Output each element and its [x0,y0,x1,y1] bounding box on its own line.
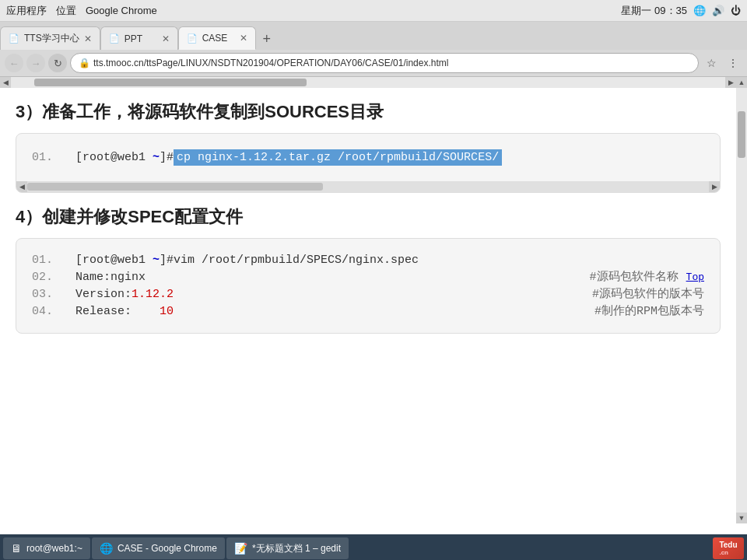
code2-line3-value: 1.12.2 [132,288,174,301]
code2-line1: 01. [root@web1 ~]# vim /root/rpmbuild/SP… [32,254,704,267]
taskbar-gedit[interactable]: 📝 *无标题文档 1 – gedit [226,537,349,559]
code2-line1-prompt: [root@web1 ~]# [75,254,174,267]
code1-hscroll-track[interactable] [27,181,709,192]
tab-ppt-close[interactable]: ✕ [162,33,170,44]
code2-line2-num: 02. [32,271,63,284]
tab-ppt[interactable]: 📄 PPT ✕ [100,26,178,50]
hscroll-right-button[interactable]: ▶ [725,77,736,88]
scroll-up-button[interactable]: ▲ [736,77,747,88]
tab-tts-icon: 📄 [9,33,19,44]
tab-case-close[interactable]: ✕ [240,33,247,44]
brand-text2: .cn [719,549,737,556]
tab-bar: 📄 TTS学习中心 ✕ 📄 PPT ✕ 📄 CASE ✕ + [0,22,747,50]
scroll-down-button[interactable]: ▼ [736,513,747,523]
tab-case[interactable]: 📄 CASE ✕ [178,26,256,50]
code2-line4-comment: #制作的RPM包版本号 [594,303,704,318]
hscroll-thumb[interactable] [34,79,307,86]
taskbar-chrome[interactable]: 🌐 CASE - Google Chrome [92,537,225,559]
code1-hscroll[interactable]: ◀ ▶ [16,181,720,192]
network-icon: 🌐 [693,5,706,16]
taskbar-gedit-label: *无标题文档 1 – gedit [252,542,341,555]
tab-case-icon: 📄 [187,33,198,44]
code2-line2-label: Name:nginx [75,271,332,284]
brand-text1: Tedu [719,541,737,549]
window-title: Google Chrome [86,5,157,16]
app-menu[interactable]: 应用程序 [6,4,47,18]
code2-line1-cmd: vim /root/rpmbuild/SPECS/nginx.spec [174,254,419,267]
address-bar[interactable]: 🔒 tts.tmooc.cn/ttsPage/LINUX/NSDTN201904… [70,53,699,73]
tab-tts-close[interactable]: ✕ [84,33,92,44]
system-bar: 应用程序 位置 Google Chrome 星期一 09：35 🌐 🔊 ⏻ [0,0,747,22]
forward-button[interactable]: → [26,54,45,72]
browser-content: ▲ ▼ ◀ ▶ 3）准备工作，将源码软件复制到SOURCES目录 01. [ro… [0,77,747,534]
new-tab-button[interactable]: + [256,28,278,50]
scroll-track-vertical[interactable] [736,88,747,513]
more-button[interactable]: ⋮ [724,54,742,72]
tab-tts-label: TTS学习中心 [24,32,79,45]
code1-hscroll-right[interactable]: ▶ [709,181,720,192]
browser-chrome: 📄 TTS学习中心 ✕ 📄 PPT ✕ 📄 CASE ✕ + ← → ↻ 🔒 t… [0,22,747,77]
tab-case-label: CASE [202,33,228,44]
top-link[interactable]: Top [686,271,704,283]
tab-tts[interactable]: 📄 TTS学习中心 ✕ [0,26,100,50]
address-bar-row: ← → ↻ 🔒 tts.tmooc.cn/ttsPage/LINUX/NSDTN… [0,50,747,77]
code-block-1-inner: 01. [root@web1 ~]# cp nginx-1.12.2.tar.g… [16,134,720,181]
code2-line4-value: 10 [160,305,174,318]
chrome-icon: 🌐 [100,542,113,555]
top-horizontal-scrollbar[interactable]: ◀ ▶ [0,77,736,88]
hscroll-track[interactable] [11,77,725,88]
code-block-2: 01. [root@web1 ~]# vim /root/rpmbuild/SP… [16,238,721,334]
system-time: 星期一 09：35 [621,4,687,18]
page-content: ◀ ▶ 3）准备工作，将源码软件复制到SOURCES目录 01. [root@w… [0,77,736,523]
code2-line3: 03. Version:1.12.2 #源码包软件的版本号 [32,286,704,301]
taskbar-terminal[interactable]: 🖥 root@web1:~ [3,537,90,559]
code-block-1: 01. [root@web1 ~]# cp nginx-1.12.2.tar.g… [16,133,721,193]
brand-logo: Tedu .cn [713,537,744,559]
tab-ppt-label: PPT [124,33,142,44]
terminal-icon: 🖥 [11,542,22,555]
code2-line2-comment: #源码包软件名称 [590,269,679,284]
reload-button[interactable]: ↻ [48,54,67,72]
code2-line3-comment: #源码包软件的版本号 [592,286,704,301]
taskbar-right: Tedu .cn [713,537,744,559]
scroll-thumb-vertical[interactable] [738,111,745,158]
section3-heading: 3）准备工作，将源码软件复制到SOURCES目录 [16,100,721,124]
taskbar-terminal-label: root@web1:~ [26,543,82,554]
code2-line4-num: 04. [32,305,63,318]
volume-icon: 🔊 [712,5,724,16]
system-bar-right: 星期一 09：35 🌐 🔊 ⏻ [621,4,741,18]
code-line-1: 01. [root@web1 ~]# cp nginx-1.12.2.tar.g… [32,149,704,166]
code1-hscroll-left[interactable]: ◀ [16,181,27,192]
system-bar-left: 应用程序 位置 Google Chrome [6,4,157,18]
main-text: 3）准备工作，将源码软件复制到SOURCES目录 01. [root@web1 … [0,100,736,334]
code1-prompt: [root@web1 ~]# [75,151,174,164]
code1-command[interactable]: cp nginx-1.12.2.tar.gz /root/rpmbuild/SO… [174,149,502,166]
line-num-1: 01. [32,151,63,164]
hscroll-left-button[interactable]: ◀ [0,77,11,88]
gedit-icon: 📝 [234,542,247,555]
code2-line4: 04. Release: 10 #制作的RPM包版本号 [32,303,704,318]
code2-line2: 02. Name:nginx #源码包软件名称 Top [32,269,704,284]
taskbar-chrome-label: CASE - Google Chrome [117,543,217,554]
power-icon: ⏻ [731,5,741,16]
section4-heading: 4）创建并修改SPEC配置文件 [16,205,721,229]
code2-line4-label: Release: [75,305,160,318]
address-text: tts.tmooc.cn/ttsPage/LINUX/NSDTN201904/O… [93,58,448,68]
code2-line1-num: 01. [32,254,63,267]
location-menu[interactable]: 位置 [56,4,76,18]
back-button[interactable]: ← [5,54,23,72]
bookmark-button[interactable]: ☆ [702,54,721,72]
code-block-2-inner: 01. [root@web1 ~]# vim /root/rpmbuild/SP… [16,239,720,333]
code2-line3-num: 03. [32,288,63,301]
code2-line3-label: Version: [75,288,132,301]
vertical-scrollbar[interactable]: ▲ ▼ [736,77,747,523]
taskbar: 🖥 root@web1:~ 🌐 CASE - Google Chrome 📝 *… [0,534,747,560]
code1-hscroll-thumb[interactable] [27,183,323,191]
address-lock-icon: 🔒 [79,58,90,68]
tab-ppt-icon: 📄 [109,33,120,44]
